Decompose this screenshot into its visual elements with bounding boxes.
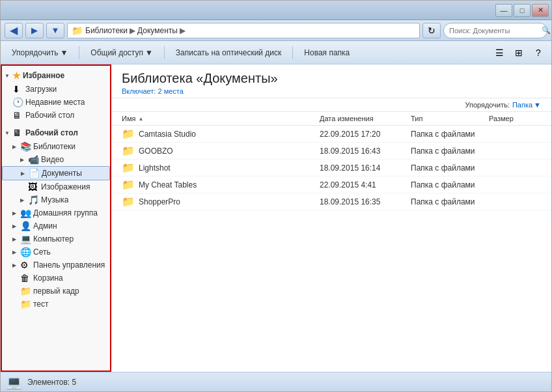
sidebar-item-network[interactable]: ▶ 🌐 Сеть [2, 245, 110, 259]
test-label: тест [33, 300, 49, 309]
sort-arrow-icon: ▼ [60, 48, 68, 57]
subtitle-prefix: Включает: [122, 87, 156, 95]
file-name-label: My Cheat Tables [139, 180, 197, 189]
table-row[interactable]: 📁 Camtasia Studio 22.09.2015 17:20 Папка… [111, 126, 551, 143]
file-type-cell: Папка с файлами [411, 147, 489, 156]
forward-button[interactable]: ▶ [25, 23, 44, 38]
maximize-button[interactable]: □ [514, 4, 531, 17]
sidebar-item-trash[interactable]: 🗑 Корзина [2, 272, 110, 285]
admin-expand-icon: ▶ [12, 223, 20, 229]
column-headers[interactable]: Имя ▲ Дата изменения Тип Размер [111, 112, 551, 126]
col-sort-arrow-icon: ▲ [138, 116, 143, 122]
file-name-label: Camtasia Studio [139, 130, 196, 139]
help-button[interactable]: ? [529, 44, 547, 62]
dropdown-button[interactable]: ▼ [46, 23, 64, 38]
desktop-pc-icon: 🖥 [12, 128, 23, 138]
desktop-label: Рабочий стол [25, 128, 78, 137]
file-date-cell: 18.09.2015 16:14 [320, 163, 411, 173]
title-bar: — □ ✕ [1, 1, 551, 20]
desktop-fav-icon: 🖥 [12, 110, 23, 120]
address-box[interactable]: 📁 Библиотеки ▶ Документы ▶ [67, 23, 420, 38]
sort-value-text: Папка [512, 101, 532, 109]
control-panel-expand-icon: ▶ [12, 262, 20, 268]
folder-icon: 📁 [122, 178, 135, 191]
back-button[interactable]: ◀ [5, 23, 23, 38]
search-input[interactable] [449, 27, 539, 35]
sidebar-item-test[interactable]: 📁 тест [2, 298, 110, 311]
favorites-header[interactable]: ▼ ★ Избранное [2, 68, 110, 83]
search-box[interactable]: 🔍 [443, 23, 547, 38]
video-icon: 📹 [28, 154, 38, 165]
desktop-fav-label: Рабочий стол [25, 111, 74, 120]
network-icon: 🌐 [20, 247, 31, 257]
sidebar-item-libraries[interactable]: ▶ 📚 Библиотеки [2, 140, 110, 153]
recent-icon: 🕐 [12, 97, 23, 107]
refresh-button[interactable]: ↻ [422, 23, 441, 38]
sidebar-item-downloads[interactable]: ⬇ Загрузки [2, 83, 110, 96]
subtitle-link[interactable]: 2 места [158, 87, 183, 95]
view-list-button[interactable]: ☰ [490, 44, 508, 62]
view-grid-button[interactable]: ⊞ [510, 44, 528, 62]
sidebar-item-admin[interactable]: ▶ 👤 Админ [2, 219, 110, 232]
file-type-cell: Папка с файлами [411, 130, 489, 139]
test-icon: 📁 [20, 299, 31, 309]
sidebar-item-documents[interactable]: ▶ 📄 Документы [2, 166, 110, 180]
explorer-window: — □ ✕ ◀ ▶ ▼ 📁 Библиотеки ▶ Документы ▶ ↻… [0, 0, 552, 392]
table-row[interactable]: 📁 My Cheat Tables 22.09.2015 4:41 Папка … [111, 176, 551, 193]
favorites-star-icon: ★ [12, 70, 21, 81]
share-button[interactable]: Общий доступ ▼ [83, 44, 160, 62]
title-bar-buttons: — □ ✕ [495, 4, 549, 17]
burn-button[interactable]: Записать на оптический диск [169, 44, 289, 62]
main-content: ▼ ★ Избранное ⬇ Загрузки 🕐 Недавние мест… [1, 64, 551, 372]
close-button[interactable]: ✕ [532, 4, 549, 17]
col-name-header[interactable]: Имя ▲ [122, 115, 320, 122]
admin-icon: 👤 [20, 221, 31, 231]
minimize-button[interactable]: — [495, 4, 512, 17]
sidebar-item-music[interactable]: ▶ 🎵 Музыка [2, 193, 110, 206]
folder-icon: 📁 [122, 161, 135, 174]
file-name-label: Lightshot [139, 163, 171, 173]
table-row[interactable]: 📁 GOOBZO 18.09.2015 16:43 Папка с файлам… [111, 143, 551, 160]
sort-dropdown-icon: ▼ [534, 101, 541, 109]
file-area: Библиотека «Документы» Включает: 2 места… [111, 64, 551, 372]
col-date-header[interactable]: Дата изменения [320, 115, 411, 122]
sidebar-item-homegroup[interactable]: ▶ 👥 Домашняя группа [2, 206, 110, 219]
file-date-cell: 22.09.2015 4:41 [320, 180, 411, 189]
col-type-header[interactable]: Тип [411, 115, 489, 122]
toolbar-separator-1 [79, 46, 79, 59]
folder-icon: 📁 [122, 145, 135, 157]
sort-bar-value[interactable]: Папка ▼ [512, 101, 541, 109]
col-size-header[interactable]: Размер [489, 115, 541, 122]
file-type-cell: Папка с файлами [411, 180, 489, 189]
desktop-header[interactable]: ▼ 🖥 Рабочий стол [2, 126, 110, 140]
sidebar-item-desktop-fav[interactable]: 🖥 Рабочий стол [2, 109, 110, 122]
homegroup-icon: 👥 [20, 208, 31, 218]
first-frame-icon: 📁 [20, 286, 31, 296]
file-header: Библиотека «Документы» Включает: 2 места [111, 64, 551, 98]
music-label: Музыка [41, 195, 68, 204]
admin-label: Админ [33, 221, 57, 231]
col-name-label: Имя [122, 115, 135, 122]
sidebar-item-computer[interactable]: ▶ 💻 Компьютер [2, 232, 110, 245]
table-row[interactable]: 📁 Lightshot 18.09.2015 16:14 Папка с фай… [111, 160, 551, 176]
downloads-label: Загрузки [25, 85, 57, 94]
folder-icon: 📁 [122, 195, 135, 208]
sidebar-item-images[interactable]: 🖼 Изображения [2, 180, 110, 193]
sort-bar: Упорядочить: Папка ▼ [111, 98, 551, 112]
documents-label: Документы [42, 169, 82, 178]
libraries-icon: 📚 [20, 141, 31, 152]
new-folder-button[interactable]: Новая папка [297, 44, 357, 62]
table-row[interactable]: 📁 ShopperPro 18.09.2015 16:35 Папка с фа… [111, 193, 551, 210]
control-panel-label: Панель управления [33, 260, 105, 270]
burn-label: Записать на оптический диск [176, 48, 282, 57]
file-type-cell: Папка с файлами [411, 197, 489, 206]
sort-button[interactable]: Упорядочить ▼ [5, 44, 75, 62]
file-list: 📁 Camtasia Studio 22.09.2015 17:20 Папка… [111, 126, 551, 372]
desktop-arrow-icon: ▼ [5, 130, 10, 136]
video-expand-icon: ▶ [20, 157, 28, 163]
sidebar-item-first-frame[interactable]: 📁 первый кадр [2, 285, 110, 298]
sidebar-item-video[interactable]: ▶ 📹 Видео [2, 153, 110, 166]
sidebar-item-recent[interactable]: 🕐 Недавние места [2, 96, 110, 109]
file-name-cell: 📁 Lightshot [122, 161, 320, 174]
sidebar-item-control-panel[interactable]: ▶ ⚙ Панель управления [2, 259, 110, 272]
